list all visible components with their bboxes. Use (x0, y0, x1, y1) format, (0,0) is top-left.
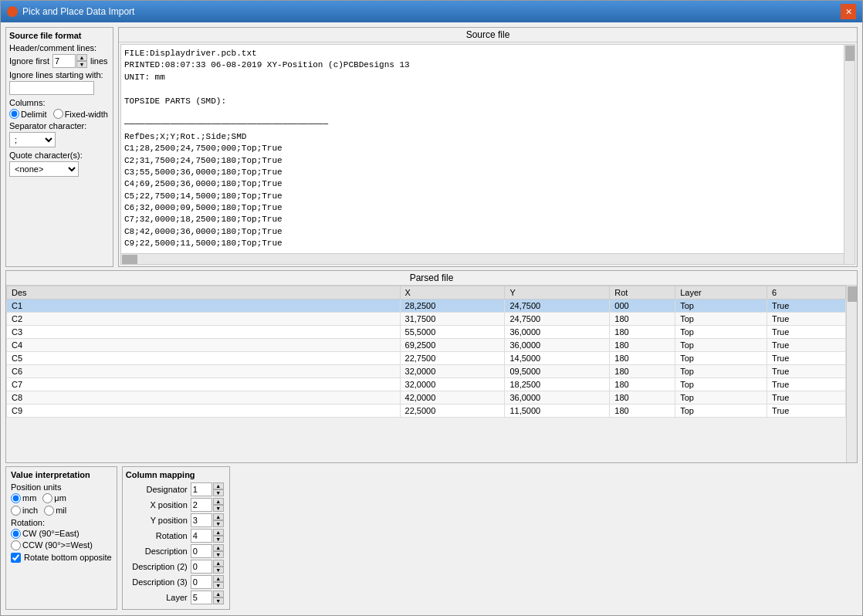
table-row[interactable]: C1 28,2500 24,7500 000 Top True (7, 299, 846, 312)
rotate-bottom-text: Rotate bottom opposite (24, 553, 112, 562)
ignore-lines-input[interactable] (9, 81, 94, 95)
table-row[interactable]: C4 69,2500 36,0000 180 Top True (7, 338, 846, 351)
delimit-radio-label[interactable]: Delimit (9, 109, 47, 119)
mapping-input[interactable] (191, 544, 212, 558)
ccw-radio-label[interactable]: CCW (90°>=West) (11, 540, 112, 550)
parsed-des: C8 (7, 391, 401, 404)
mapping-spinner-up[interactable]: ▲ (213, 591, 224, 597)
mapping-label: Description (3) (126, 577, 188, 587)
parsed-y: 18,2500 (505, 377, 610, 391)
parsed-6: True (767, 391, 846, 404)
position-units-label: Position units (11, 482, 112, 492)
table-row[interactable]: C2 31,7500 24,7500 180 Top True (7, 312, 846, 325)
mil-radio[interactable] (44, 506, 54, 516)
parsed-x: 32,0000 (400, 377, 505, 391)
mapping-spinner-up[interactable]: ▲ (213, 529, 224, 536)
inch-radio[interactable] (11, 506, 21, 516)
mapping-input[interactable] (191, 498, 212, 512)
separator-select[interactable]: ; , Tab Space (9, 132, 56, 147)
source-file-title: Source file (119, 28, 857, 42)
mapping-spinner-down[interactable]: ▼ (213, 567, 224, 574)
parsed-layer: Top (675, 391, 767, 404)
parsed-des: C5 (7, 351, 401, 364)
rotate-bottom-label[interactable]: Rotate bottom opposite (11, 553, 112, 563)
main-window: Pick and Place Data Import ✕ Source file… (0, 0, 863, 616)
spinner-up[interactable]: ▲ (76, 54, 87, 61)
source-scrollbar-h[interactable] (121, 253, 844, 264)
mm-radio-label[interactable]: mm (11, 493, 36, 503)
position-units-group: mm μm (11, 493, 112, 503)
parsed-scrollbar-v[interactable] (846, 286, 857, 462)
main-content: Source file format Header/comment lines:… (1, 22, 862, 615)
fixed-radio-label[interactable]: Fixed-width (53, 109, 108, 119)
mapping-label: Y position (126, 516, 188, 525)
mapping-spinner-up[interactable]: ▲ (213, 513, 224, 520)
quote-select[interactable]: <none> " ' (9, 161, 79, 177)
mapping-spinner-up[interactable]: ▲ (213, 544, 224, 551)
table-row[interactable]: C7 32,0000 18,2500 180 Top True (7, 377, 846, 391)
separator-label: Separator character: (9, 121, 110, 130)
position-units-group2: inch mil (11, 506, 112, 516)
mapping-spinner-up[interactable]: ▲ (213, 482, 224, 489)
ignore-first-spinner: ▲ ▼ (76, 54, 87, 68)
parsed-layer: Top (675, 312, 767, 325)
source-format-panel: Source file format Header/comment lines:… (5, 27, 113, 267)
parsed-x: 42,0000 (400, 391, 505, 404)
source-format-title: Source file format (9, 31, 110, 40)
table-row[interactable]: C9 22,5000 11,5000 180 Top True (7, 404, 846, 417)
table-row[interactable]: C6 32,0000 09,5000 180 Top True (7, 364, 846, 377)
delimit-radio[interactable] (9, 109, 19, 119)
um-radio-label[interactable]: μm (42, 493, 66, 503)
mapping-spinner-down[interactable]: ▼ (213, 582, 224, 589)
mapping-input[interactable] (191, 591, 212, 604)
cw-radio-label[interactable]: CW (90°=East) (11, 529, 112, 539)
rotation-group: CW (90°=East) CCW (90°>=West) (11, 529, 112, 550)
mapping-spinner-up[interactable]: ▲ (213, 575, 224, 582)
um-radio[interactable] (42, 493, 52, 503)
mapping-spinner-down[interactable]: ▼ (213, 536, 224, 543)
mapping-spinner-down[interactable]: ▼ (213, 489, 224, 496)
close-button[interactable]: ✕ (841, 4, 856, 19)
mapping-label: Description (126, 547, 188, 556)
table-row[interactable]: C8 42,0000 36,0000 180 Top True (7, 391, 846, 404)
parsed-y: 09,5000 (505, 364, 610, 377)
mapping-row: X position ▲ ▼ (126, 498, 226, 512)
rotate-bottom-checkbox[interactable] (11, 553, 21, 563)
mapping-spinner-up[interactable]: ▲ (213, 498, 224, 505)
mapping-row: Designator ▲ ▼ (126, 482, 226, 496)
source-text-area: FILE:Displaydriver.pcb.txt PRINTED:08:07… (120, 44, 855, 265)
mapping-spinner-down[interactable]: ▼ (213, 551, 224, 558)
spinner-down[interactable]: ▼ (76, 61, 87, 68)
parsed-y: 14,5000 (505, 351, 610, 364)
inch-radio-label[interactable]: inch (11, 506, 38, 516)
parsed-x: 69,2500 (400, 338, 505, 351)
mil-radio-label[interactable]: mil (44, 506, 66, 516)
parsed-rot: 000 (610, 299, 675, 312)
parsed-col-y: Y (505, 286, 610, 299)
mm-radio[interactable] (11, 493, 21, 503)
ignore-lines-label: Ignore lines starting with: (9, 70, 110, 80)
ccw-label: CCW (90°>=West) (22, 540, 93, 550)
table-row[interactable]: C3 55,5000 36,0000 180 Top True (7, 325, 846, 338)
title-bar: Pick and Place Data Import ✕ (1, 1, 862, 22)
mapping-spinner-down[interactable]: ▼ (213, 505, 224, 512)
cw-label: CW (90°=East) (22, 529, 80, 538)
cw-radio[interactable] (11, 529, 21, 539)
ignore-first-input[interactable] (52, 54, 76, 68)
table-row[interactable]: C5 22,7500 14,5000 180 Top True (7, 351, 846, 364)
mapping-input[interactable] (191, 575, 212, 589)
mapping-label: X position (126, 500, 188, 509)
mapping-input[interactable] (191, 529, 212, 543)
mapping-spinner-down[interactable]: ▼ (213, 520, 224, 527)
mapping-input[interactable] (191, 513, 212, 527)
mapping-label: Description (2) (126, 562, 188, 571)
source-scrollbar-v[interactable] (844, 45, 855, 264)
mapping-spinner-down[interactable]: ▼ (213, 597, 224, 604)
ccw-radio[interactable] (11, 540, 21, 550)
fixed-radio[interactable] (53, 109, 63, 119)
mapping-spinner-up[interactable]: ▲ (213, 560, 224, 567)
quote-label: Quote character(s): (9, 151, 110, 160)
mm-label: mm (22, 493, 36, 503)
mapping-input[interactable] (191, 560, 212, 574)
mapping-input[interactable] (191, 482, 212, 496)
